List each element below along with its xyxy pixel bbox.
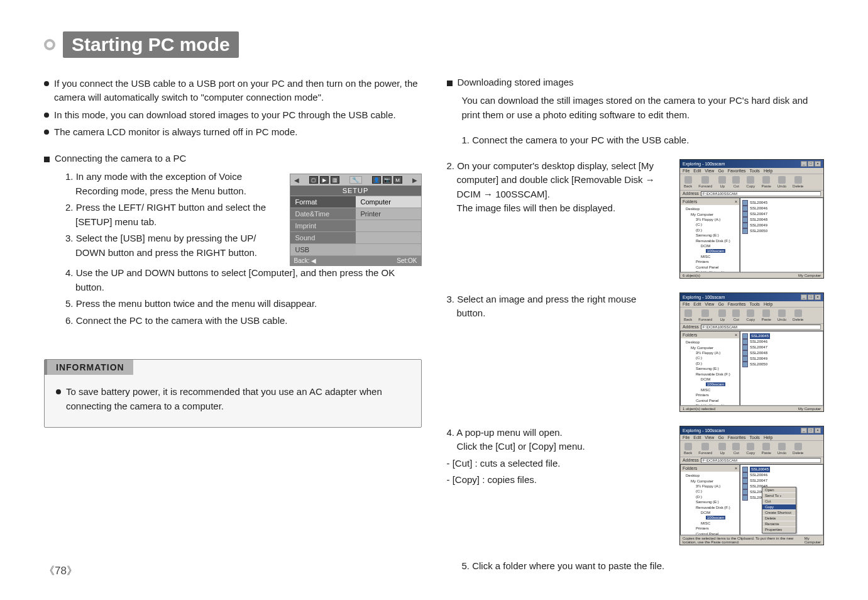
explorer-menu-item: View (705, 169, 714, 173)
explorer-menubar: FileEditViewGoFavoritesToolsHelp (680, 168, 823, 174)
tree-item: Printers (682, 259, 738, 264)
explorer-menu-item: Favorites (728, 435, 746, 440)
address-input: F:\DCIM\100SSCAM (701, 191, 821, 196)
tree-item: Removable Disk (F:) (682, 238, 738, 243)
file-item: SSL20048 (742, 217, 821, 223)
setup-row-sound: Sound (290, 232, 356, 243)
tree-item: (D:) (682, 228, 738, 233)
toolbar-undo-button: Undo (776, 175, 788, 189)
tree-item: DCIM (682, 510, 738, 515)
tree-item: 100sscam (682, 382, 738, 387)
toolbar-forward-button: Forward (697, 442, 713, 455)
context-menu-item: Cut (762, 499, 796, 504)
download-step-4-l1: 4. A pop-up menu will open. (447, 426, 667, 440)
connect-step-5: 5. Press the menu button twice and the m… (65, 297, 422, 311)
undo-icon (778, 176, 786, 184)
forward-icon (701, 309, 709, 317)
image-file-icon (742, 345, 748, 350)
tree-item: Control Panel (682, 531, 738, 535)
toolbar-up-button: Up (717, 442, 727, 455)
file-item: SSL20045 (742, 333, 821, 339)
image-file-icon (742, 339, 748, 345)
menu-tab-icon: ▥ (331, 176, 339, 184)
intro-bullet-2: In this mode, you can download stored im… (54, 108, 396, 122)
explorer-menu-item: Edit (693, 302, 701, 306)
file-item: SSL20046 (742, 339, 821, 345)
image-file-icon (742, 223, 748, 228)
tree-item: Samsung (E:) (682, 499, 738, 504)
file-item: SSL20045 (742, 200, 821, 206)
explorer-addressbar: Address F:\DCIM\100SSCAM (680, 191, 823, 197)
explorer-file-list: SSL20045SSL20046SSL20047SSL20048SSL20049… (740, 197, 823, 272)
explorer-menu-item: Help (764, 169, 772, 173)
tree-item: Printers (682, 392, 738, 397)
explorer-titlebar: Exploring - 100sscam _ □ × (680, 426, 823, 435)
file-item: SSL20045 (742, 467, 821, 472)
tree-item: MISC (682, 387, 738, 392)
explorer-menubar: FileEditViewGoFavoritesToolsHelp (680, 435, 823, 441)
tree-item: My Computer (682, 345, 738, 350)
up-icon (718, 443, 726, 450)
back-icon (684, 443, 692, 450)
intro-bullet-1: If you connect the USB cable to a USB po… (54, 77, 422, 104)
image-file-icon (742, 350, 748, 356)
menu-tab-icon: ▶ (320, 176, 329, 184)
toolbar-forward-button: Forward (697, 309, 713, 322)
tree-item: 3½ Floppy (A:) (682, 484, 738, 489)
maximize-icon: □ (808, 428, 814, 433)
download-step-5: 5. Click a folder where you want to past… (462, 559, 825, 574)
image-file-icon (742, 484, 748, 489)
download-step-4-l3: - [Cut] : cuts a selected file. (447, 457, 667, 471)
address-label: Address (683, 458, 699, 462)
file-item: SSL20049 (742, 356, 821, 362)
image-file-icon (742, 495, 748, 501)
title-bullet-icon (44, 39, 55, 50)
copy-icon (747, 176, 754, 184)
tree-item: MISC (682, 254, 738, 259)
explorer-menubar: FileEditViewGoFavoritesToolsHelp (680, 301, 823, 308)
explorer-folder-tree: Folders× DesktopMy Computer3½ Floppy (A:… (680, 464, 740, 535)
connect-heading: Connecting the camera to a PC (55, 153, 186, 164)
delete-icon (794, 443, 802, 450)
setup-row-printer: Printer (356, 208, 421, 219)
status-right: My Computer (798, 407, 821, 411)
minimize-icon: _ (801, 161, 807, 167)
cut-icon (732, 443, 740, 450)
toolbar-paste-button: Paste (760, 442, 772, 455)
tree-item: MISC (682, 521, 738, 526)
image-file-icon (742, 333, 748, 339)
tree-item: My Computer (682, 479, 738, 484)
explorer-folder-tree: Folders× DesktopMy Computer3½ Floppy (A:… (680, 197, 740, 272)
explorer-menu-item: Favorites (728, 169, 746, 173)
explorer-menu-item: Edit (693, 169, 701, 173)
connect-step-3: 3. Select the [USB] menu by pressing the… (65, 231, 280, 260)
setup-cell-empty (356, 244, 421, 255)
explorer-menu-item: Go (718, 302, 723, 306)
close-icon: × (815, 161, 821, 167)
toolbar-cut-button: Cut (731, 175, 741, 189)
tree-item: Removable Disk (F:) (682, 505, 738, 510)
information-text: To save battery power, it is recommended… (66, 385, 410, 413)
forward-icon (701, 176, 709, 184)
page-title: Starting PC mode (63, 31, 239, 58)
context-menu-item: Properties (762, 527, 796, 533)
file-item: SSL20050 (742, 362, 821, 367)
cut-icon (732, 309, 740, 317)
explorer-menu-item: Tools (750, 302, 760, 306)
download-step-4-l4: - [Copy] : copies files. (447, 473, 667, 487)
connect-step-6: 6. Connect the PC to the camera with the… (65, 314, 422, 328)
explorer-screenshot-step4: Exploring - 100sscam _ □ × FileEditViewG… (679, 426, 824, 545)
setup-wrench-icon: 🔧 (349, 176, 362, 184)
status-right: My Computer (798, 274, 821, 277)
tree-item: Control Panel (682, 398, 738, 403)
toolbar-paste-button: Paste (760, 309, 772, 322)
tree-item: Removable Disk (F:) (682, 372, 738, 377)
undo-icon (778, 309, 786, 317)
download-step-3-l2: button. (447, 306, 667, 321)
toolbar-copy-button: Copy (745, 309, 756, 322)
image-file-icon (742, 362, 748, 367)
image-file-icon (742, 211, 748, 217)
context-menu-item: Create Shortcut (762, 510, 796, 516)
explorer-statusbar: Copies the selected items to the Clipboa… (680, 535, 823, 545)
toolbar-copy-button: Copy (745, 175, 756, 189)
